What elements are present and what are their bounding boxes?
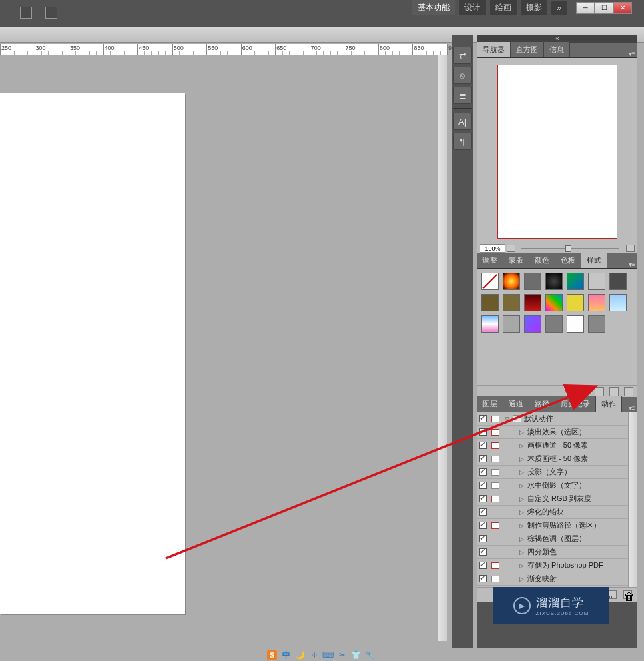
zoom-field[interactable]: 100% (480, 244, 505, 253)
action-item-label[interactable]: 水中倒影（文字） (527, 480, 586, 490)
action-dialog-toggle[interactable] (491, 576, 499, 582)
tab-adjust[interactable]: 调整 (477, 253, 503, 268)
style-swatch-gray3[interactable] (588, 315, 605, 333)
action-toggle[interactable] (479, 442, 487, 449)
action-toggle[interactable] (479, 562, 487, 569)
action-toggle[interactable] (479, 522, 487, 529)
style-swatch-gray2[interactable] (545, 315, 563, 333)
action-item-label[interactable]: 四分颜色 (527, 547, 557, 557)
canvas-area[interactable] (0, 55, 447, 641)
action-item-label[interactable]: 存储为 Photoshop PDF (527, 560, 603, 570)
action-set-dialog-toggle[interactable] (491, 416, 499, 422)
wrench-icon[interactable]: 🔧 (365, 650, 375, 660)
style-swatch-gray[interactable] (524, 273, 541, 290)
style-swatch-photo[interactable] (481, 315, 499, 333)
document-canvas[interactable] (0, 93, 185, 614)
usb-icon[interactable]: ⎋ (453, 67, 472, 84)
disclosure-triangle-icon[interactable]: ▷ (519, 522, 525, 528)
style-swatch-white[interactable] (567, 315, 584, 333)
sogou-ime-icon[interactable]: S (267, 650, 277, 660)
style-swatch-orange-grad[interactable] (588, 294, 605, 311)
disclosure-triangle-icon[interactable]: ▷ (519, 429, 525, 435)
list-icon[interactable]: ≣ (453, 87, 472, 104)
action-item-label[interactable]: 木质画框 - 50 像素 (527, 454, 588, 464)
swap-icon[interactable]: ⇄ (453, 47, 472, 64)
action-toggle[interactable] (479, 468, 487, 476)
action-toggle[interactable] (479, 535, 487, 542)
zoom-out-icon[interactable] (507, 245, 515, 252)
moon-icon[interactable]: 🌙 (295, 650, 305, 660)
action-dialog-toggle[interactable] (491, 469, 499, 476)
navigator-thumbnail[interactable] (497, 65, 617, 239)
action-dialog-toggle[interactable] (491, 562, 499, 569)
style-swatch-fire[interactable] (503, 273, 520, 290)
style-swatch-noise[interactable] (503, 315, 520, 333)
style-swatch-skyblue[interactable] (609, 294, 627, 311)
keyboard-icon[interactable]: ⌨ (323, 650, 333, 660)
action-toggle[interactable] (479, 575, 487, 582)
style-swatch-lightgray[interactable] (588, 273, 605, 290)
action-toggle[interactable] (479, 548, 487, 556)
action-item-label[interactable]: 淡出效果（选区） (527, 427, 586, 437)
action-item-label[interactable]: 投影（文字） (527, 467, 571, 477)
action-toggle[interactable] (479, 482, 487, 489)
style-swatch-blue-grad[interactable] (567, 273, 584, 290)
action-item-label[interactable]: 渐变映射 (527, 574, 557, 584)
toolbar-icon-1[interactable] (20, 7, 32, 19)
delete-action-icon[interactable]: 🗑 (623, 590, 632, 599)
tab-styles[interactable]: 样式 (581, 253, 607, 268)
ime-lang-icon[interactable]: 中 (281, 650, 291, 660)
disclosure-triangle-icon[interactable]: ▷ (519, 549, 525, 555)
tab-histogram[interactable]: 直方图 (511, 42, 544, 57)
disclosure-triangle-icon[interactable]: ▷ (519, 482, 525, 488)
disclosure-triangle-icon[interactable]: ▷ (519, 442, 525, 448)
style-swatch-none[interactable] (481, 273, 499, 290)
panel-menu-icon[interactable]: ▾≡ (627, 404, 637, 412)
zoom-slider[interactable] (521, 248, 619, 249)
disclosure-triangle-icon[interactable]: ▽ (504, 416, 510, 422)
toolbar-icon-2[interactable] (45, 7, 57, 19)
tab-history[interactable]: 历史记录 (555, 396, 596, 412)
style-swatch-olive2[interactable] (503, 294, 520, 311)
action-dialog-toggle[interactable] (491, 522, 499, 529)
tab-actions[interactable]: 动作 (596, 396, 622, 412)
action-toggle[interactable] (479, 455, 487, 462)
tab-paths[interactable]: 路径 (529, 396, 555, 412)
disclosure-triangle-icon[interactable]: ▷ (519, 562, 525, 568)
clear-style-icon[interactable] (595, 387, 604, 396)
maximize-button[interactable]: ☐ (595, 2, 613, 14)
action-item-label[interactable]: 制作剪贴路径（选区） (527, 520, 601, 530)
style-swatch-purple-bev[interactable] (524, 315, 541, 333)
disclosure-triangle-icon[interactable]: ▷ (519, 509, 525, 515)
workspace-chip[interactable]: 绘画 (490, 0, 517, 15)
action-item-label[interactable]: 熔化的铅块 (527, 507, 564, 517)
action-set-toggle[interactable] (479, 415, 487, 422)
workspace-chip[interactable]: 设计 (459, 0, 486, 15)
new-style-icon[interactable] (609, 387, 619, 396)
action-dialog-toggle[interactable] (491, 496, 499, 502)
action-item-label[interactable]: 棕褐色调（图层） (527, 534, 586, 544)
action-toggle[interactable] (479, 508, 487, 516)
tab-layers[interactable]: 图层 (477, 396, 503, 412)
workspace-expand[interactable]: » (551, 1, 567, 15)
delete-style-icon[interactable] (624, 387, 633, 396)
disclosure-triangle-icon[interactable]: ▷ (519, 576, 525, 582)
tab-mask[interactable]: 蒙版 (503, 253, 529, 268)
pilcrow-icon[interactable]: ¶ (453, 133, 472, 150)
tab-info[interactable]: 信息 (544, 42, 570, 57)
tab-color[interactable]: 颜色 (529, 253, 555, 268)
shirt-icon[interactable]: 👕 (351, 650, 361, 660)
tab-swatches[interactable]: 色板 (555, 253, 581, 268)
action-item-label[interactable]: 画框通道 - 50 像素 (527, 440, 588, 450)
action-item-label[interactable]: 自定义 RGB 到灰度 (527, 494, 591, 504)
tool-icon[interactable]: ✂ (337, 650, 347, 660)
action-toggle[interactable] (479, 495, 487, 502)
panel-menu-icon[interactable]: ▾≡ (627, 50, 637, 57)
style-swatch-olive[interactable] (481, 294, 499, 311)
style-swatch-dark-spot[interactable] (545, 273, 563, 290)
style-swatch-rainbow[interactable] (545, 294, 563, 311)
vertical-text-icon[interactable]: A| (453, 113, 472, 130)
style-swatch-red-grad[interactable] (524, 294, 541, 311)
disclosure-triangle-icon[interactable]: ▷ (519, 456, 525, 462)
disclosure-triangle-icon[interactable]: ▷ (519, 496, 525, 502)
